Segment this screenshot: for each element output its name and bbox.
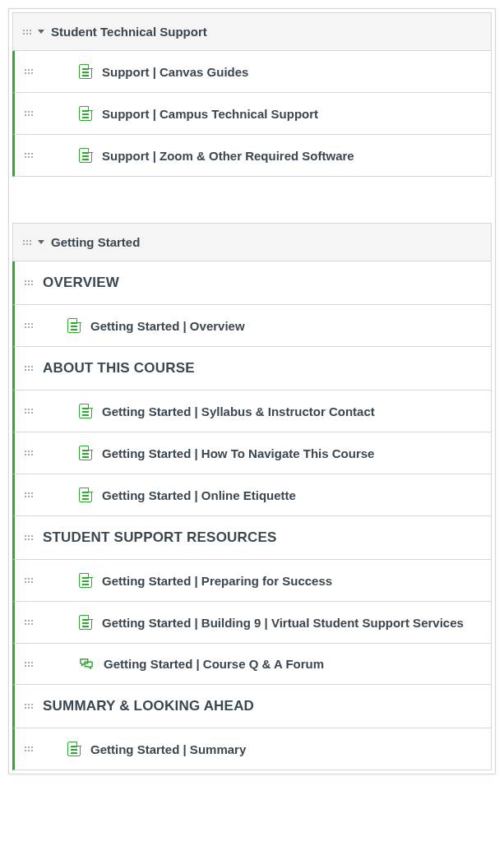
module-item-label: Support | Canvas Guides — [102, 65, 481, 79]
module-item[interactable]: Getting Started | Summary — [12, 728, 492, 770]
modules-container: Student Technical Support Support | Canv… — [8, 8, 496, 774]
module-title: Getting Started — [51, 235, 481, 249]
module-subheader-label: OVERVIEW — [43, 275, 481, 291]
drag-handle-icon[interactable] — [25, 531, 33, 544]
drag-handle-icon[interactable] — [25, 65, 33, 78]
drag-handle-icon[interactable] — [23, 25, 31, 39]
drag-handle-icon[interactable] — [25, 658, 33, 671]
page-icon — [79, 404, 92, 418]
module-item-label: Getting Started | Summary — [90, 742, 481, 756]
page-icon — [67, 318, 81, 333]
module-subheader[interactable]: ABOUT THIS COURSE — [12, 347, 492, 391]
module-item[interactable]: Getting Started | Syllabus & Instructor … — [12, 391, 492, 432]
module-item-label: Getting Started | Building 9 | Virtual S… — [102, 616, 481, 630]
module-item-label: Getting Started | Preparing for Success — [102, 574, 481, 588]
module-item[interactable]: Getting Started | Course Q & A Forum — [12, 644, 492, 685]
module-item[interactable]: Getting Started | Online Etiquette — [12, 474, 492, 516]
page-icon — [79, 148, 92, 163]
page-icon — [79, 615, 92, 630]
drag-handle-icon[interactable] — [25, 319, 33, 332]
module-item-label: Getting Started | Overview — [90, 319, 481, 333]
drag-handle-icon[interactable] — [25, 276, 33, 289]
drag-handle-icon[interactable] — [25, 149, 33, 162]
module-header[interactable]: Getting Started — [12, 223, 492, 261]
drag-handle-icon[interactable] — [25, 446, 33, 460]
module-item[interactable]: Getting Started | How To Navigate This C… — [12, 432, 492, 474]
module-subheader-label: ABOUT THIS COURSE — [43, 360, 481, 377]
drag-handle-icon[interactable] — [23, 236, 31, 249]
module-item-label: Getting Started | Course Q & A Forum — [104, 657, 481, 671]
module-subheader[interactable]: OVERVIEW — [12, 261, 492, 305]
caret-down-icon[interactable] — [38, 30, 44, 34]
drag-handle-icon[interactable] — [25, 362, 33, 375]
page-icon — [79, 64, 92, 79]
module-item-label: Getting Started | Online Etiquette — [102, 488, 481, 502]
drag-handle-icon[interactable] — [25, 574, 33, 587]
drag-handle-icon[interactable] — [25, 700, 33, 713]
page-icon — [79, 488, 92, 502]
module-subheader-label: STUDENT SUPPORT RESOURCES — [43, 529, 481, 546]
module-item[interactable]: Getting Started | Preparing for Success — [12, 560, 492, 602]
drag-handle-icon[interactable] — [25, 742, 33, 756]
module-item-label: Support | Zoom & Other Required Software — [102, 149, 481, 163]
drag-handle-icon[interactable] — [25, 616, 33, 629]
module-subheader[interactable]: SUMMARY & LOOKING AHEAD — [12, 685, 492, 728]
module-item[interactable]: Support | Zoom & Other Required Software — [12, 135, 492, 177]
page-icon — [79, 106, 92, 121]
module-title: Student Technical Support — [51, 25, 481, 39]
module-item[interactable]: Getting Started | Overview — [12, 305, 492, 347]
module-header[interactable]: Student Technical Support — [12, 12, 492, 51]
module-item-label: Getting Started | Syllabus & Instructor … — [102, 404, 481, 418]
drag-handle-icon[interactable] — [25, 107, 33, 120]
drag-handle-icon[interactable] — [25, 488, 33, 501]
caret-down-icon[interactable] — [38, 240, 44, 244]
page-icon — [67, 742, 81, 756]
module: Student Technical Support Support | Canv… — [12, 12, 492, 177]
module-item-label: Support | Campus Technical Support — [102, 107, 481, 121]
page-icon — [79, 573, 92, 588]
drag-handle-icon[interactable] — [25, 404, 33, 418]
module: Getting Started OVERVIEW Getting Started… — [12, 223, 492, 770]
module-item[interactable]: Support | Canvas Guides — [12, 51, 492, 93]
module-subheader-label: SUMMARY & LOOKING AHEAD — [43, 698, 481, 714]
page-icon — [79, 446, 92, 460]
module-item[interactable]: Getting Started | Building 9 | Virtual S… — [12, 602, 492, 644]
module-item[interactable]: Support | Campus Technical Support — [12, 93, 492, 135]
module-subheader[interactable]: STUDENT SUPPORT RESOURCES — [12, 516, 492, 560]
module-item-label: Getting Started | How To Navigate This C… — [102, 446, 481, 460]
discussion-icon — [79, 658, 94, 671]
